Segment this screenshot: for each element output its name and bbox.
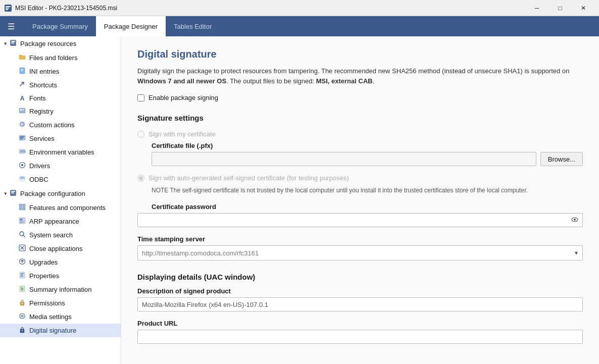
enable-signing-label[interactable]: Enable package signing [148,94,218,101]
sidebar-item-custom-actions[interactable]: Custom actions [0,118,121,132]
window-title: MSI Editor - PKG-230213-154505.msi [15,5,525,12]
svg-rect-32 [20,219,23,221]
sidebar-section-resources: ▾ Package resources Files and f [0,36,121,186]
sidebar-item-files-folders[interactable]: Files and folders [0,51,121,65]
cert-file-label: Certificate file (.pfx) [152,142,583,149]
svg-rect-3 [6,9,8,10]
description-bold2: MSI, external CAB [316,77,373,85]
svg-rect-29 [19,207,22,211]
svg-rect-42 [21,274,24,274]
sidebar-item-summary-info[interactable]: Summary information [0,283,121,296]
upgrades-icon [18,258,26,267]
ini-entries-label: INI entries [29,68,59,75]
svg-rect-5 [11,41,15,42]
drivers-icon [18,162,26,170]
properties-icon [18,272,26,280]
custom-actions-icon [18,121,26,129]
permissions-icon [18,299,26,307]
main-layout: ▾ Package resources Files and f [0,36,599,364]
tab-package-designer[interactable]: Package Designer [96,16,166,36]
maximize-button[interactable]: □ [548,0,572,16]
cert-password-input[interactable] [137,213,583,227]
chevron-down-icon: ▾ [4,40,7,47]
sidebar-item-media-settings[interactable]: Media settings [0,310,121,324]
sign-my-cert-radio[interactable] [137,131,144,138]
drivers-label: Drivers [29,162,50,170]
tab-package-summary[interactable]: Package Summary [24,16,96,36]
desc-signed-product-label: Description of signed product [137,287,583,295]
app-icon [4,4,12,12]
svg-rect-43 [21,275,23,275]
media-settings-label: Media settings [29,313,72,321]
odbc-icon [18,175,26,184]
svg-rect-2 [6,8,9,9]
package-resources-label: Package resources [20,40,76,47]
sidebar-item-shortcuts[interactable]: Shortcuts [0,78,121,92]
sidebar-item-system-search[interactable]: System search [0,228,121,242]
sidebar-item-ini-entries[interactable]: INI entries [0,65,121,78]
sidebar-item-env-variables[interactable]: %X% Environment variables [0,145,121,159]
svg-rect-8 [21,69,24,70]
cert-file-input[interactable] [152,152,536,166]
permissions-label: Permissions [29,299,65,307]
timestamp-server-label: Time stamping server [137,235,583,243]
browse-button[interactable]: Browse... [540,152,583,166]
close-button[interactable]: ✕ [572,0,595,16]
tab-tables-editor[interactable]: Tables Editor [166,16,220,36]
sidebar-item-registry[interactable]: Registry [0,105,121,118]
sidebar-item-fonts[interactable]: A Fonts [0,92,121,105]
minimize-button[interactable]: ─ [525,0,548,16]
note-text: NOTE The self-signed certificate is not … [152,186,535,195]
svg-line-36 [23,235,25,237]
features-label: Features and components [29,204,106,212]
media-settings-icon [18,313,26,321]
sidebar-item-close-apps[interactable]: Close applications [0,242,121,255]
svg-rect-6 [11,42,14,43]
enable-signing-checkbox[interactable] [137,94,144,101]
product-url-input[interactable] [137,330,583,344]
sidebar-item-arp[interactable]: ARP appearance [0,215,121,228]
sidebar-item-odbc[interactable]: ODBC [0,173,121,186]
show-password-button[interactable] [571,216,579,225]
svg-rect-26 [11,192,14,193]
product-url-label: Product URL [137,320,583,327]
package-resources-icon [9,39,17,48]
digital-signature-label: Digital signature [29,327,76,334]
sidebar-item-digital-signature[interactable]: Digital signature [0,324,121,337]
package-config-icon [9,189,17,198]
hamburger-button[interactable]: ☰ [2,16,20,36]
svg-rect-48 [20,314,25,319]
sidebar-item-permissions[interactable]: Permissions [0,296,121,310]
timestamp-server-select[interactable]: http://timestamp.comodoca.com/rfc3161 [137,245,583,261]
sidebar-section-resources-header[interactable]: ▾ Package resources [0,36,121,51]
content-area: Digital signature Digitally sign the pac… [121,36,599,364]
close-apps-icon [18,244,26,253]
sidebar-item-upgrades[interactable]: Upgrades [0,255,121,269]
services-label: Services [29,135,55,142]
ini-icon [18,67,26,76]
services-icon [18,134,26,143]
sidebar-item-properties[interactable]: Properties [0,269,121,283]
sidebar-section-config-header[interactable]: ▾ Package configuration [0,186,121,201]
font-icon: A [18,95,26,102]
desc-signed-product-input[interactable] [137,297,583,311]
svg-rect-12 [23,109,25,110]
sidebar-item-drivers[interactable]: Drivers [0,159,121,173]
sign-auto-radio[interactable] [137,175,144,182]
digital-signature-icon [18,326,26,335]
sidebar-item-features[interactable]: Features and components [0,201,121,215]
env-variables-label: Environment variables [29,148,94,156]
registry-label: Registry [29,108,54,115]
svg-rect-30 [23,207,26,211]
displaying-details-heading: Displaying details (UAC window) [137,273,583,281]
fonts-label: Fonts [29,94,46,102]
timestamp-server-row: http://timestamp.comodoca.com/rfc3161 ▾ [137,245,583,261]
titlebar: MSI Editor - PKG-230213-154505.msi ─ □ ✕ [0,0,599,16]
window-controls: ─ □ ✕ [525,0,595,16]
sidebar: ▾ Package resources Files and f [0,36,121,364]
sidebar-item-services[interactable]: Services [0,132,121,145]
enable-signing-row: Enable package signing [137,94,583,101]
svg-point-51 [22,330,23,331]
svg-rect-16 [20,136,25,137]
upgrades-label: Upgrades [29,258,58,266]
